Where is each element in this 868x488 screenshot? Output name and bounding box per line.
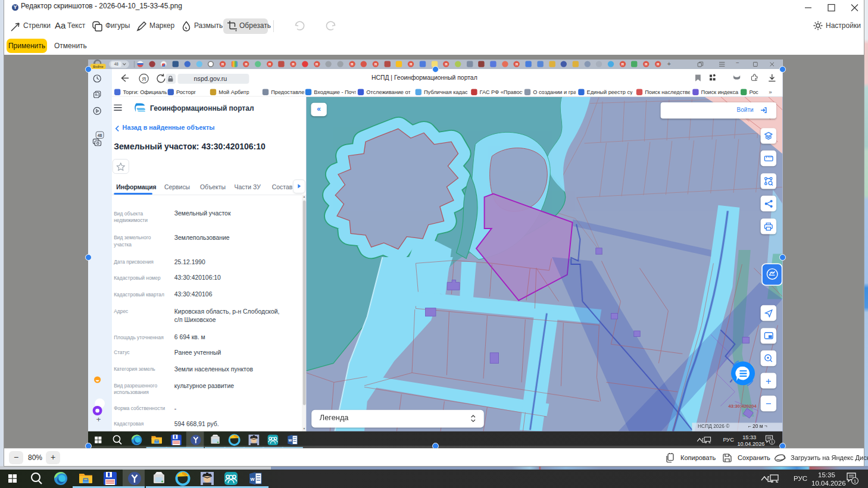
svg-text:Я: Я xyxy=(142,76,146,82)
svg-text:1: 1 xyxy=(854,478,857,484)
svg-text:РУС: РУС xyxy=(794,475,807,482)
svg-text:10.04.2026: 10.04.2026 xyxy=(811,480,846,487)
svg-text:w: w xyxy=(250,476,255,482)
svg-text:w: w xyxy=(288,437,292,443)
svg-text:РУС: РУС xyxy=(723,437,734,443)
svg-text:15:35: 15:35 xyxy=(818,471,835,478)
svg-text:15:33: 15:33 xyxy=(742,434,756,440)
svg-text:1: 1 xyxy=(771,440,773,444)
